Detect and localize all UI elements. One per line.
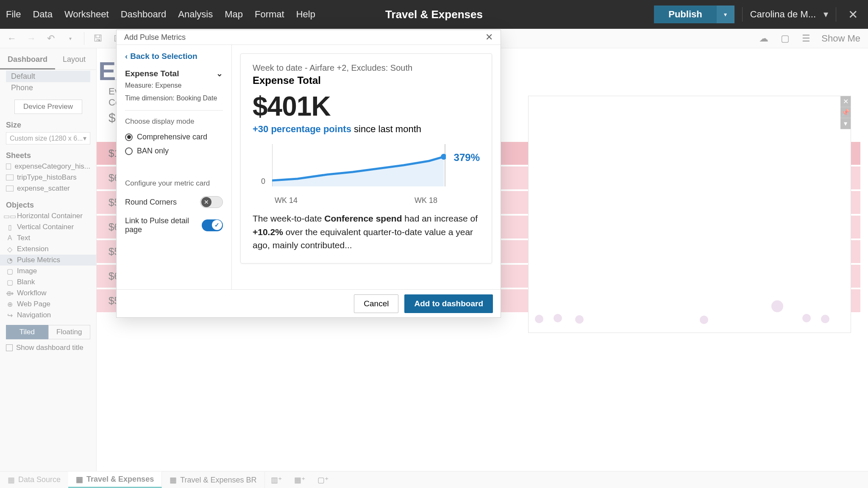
close-icon[interactable]: ✕: [485, 32, 493, 43]
round-corners-toggle[interactable]: ✕: [200, 196, 223, 208]
menu-data[interactable]: Data: [33, 9, 52, 20]
publish-caret-icon[interactable]: ▾: [717, 6, 734, 23]
radio-icon: [125, 147, 133, 155]
configure-label: Configure your metric card: [125, 179, 223, 188]
radio-label: BAN only: [137, 147, 169, 155]
user-caret-icon[interactable]: ▾: [823, 9, 828, 20]
publish-button[interactable]: Publish: [654, 6, 716, 23]
menu-worksheet[interactable]: Worksheet: [64, 9, 109, 20]
menu-dashboard[interactable]: Dashboard: [121, 9, 167, 20]
menubar-items: File Data Worksheet Dashboard Analysis M…: [6, 9, 315, 20]
menu-format[interactable]: Format: [255, 9, 284, 20]
delta-value: +30 percentage points: [253, 124, 351, 134]
link-pulse-label: Link to Pulse detail page: [125, 216, 202, 234]
chevron-down-icon: ⌄: [216, 69, 223, 78]
back-to-selection-link[interactable]: ‹ Back to Selection: [125, 52, 223, 61]
y-axis-zero: 0: [261, 177, 265, 186]
link-pulse-toggle[interactable]: ✓: [202, 219, 223, 231]
delta-suffix: since last month: [351, 124, 421, 134]
insight-text: The week-to-date Conference spend had an…: [253, 212, 480, 252]
radio-icon: [125, 133, 133, 141]
menu-file[interactable]: File: [6, 9, 21, 20]
card-delta: +30 percentage points since last month: [253, 124, 480, 135]
x-axis-left: WK 14: [275, 196, 298, 205]
radio-label: Comprehensive card: [137, 133, 207, 141]
sparkline-end-value: 379%: [454, 152, 480, 164]
modal-config-panel: ‹ Back to Selection Expense Total ⌄ Meas…: [117, 45, 232, 289]
back-link-label: Back to Selection: [130, 52, 197, 61]
card-subtitle: Week to date - Airfare +2, Excludes: Sou…: [253, 63, 480, 73]
radio-comprehensive[interactable]: Comprehensive card: [125, 130, 223, 144]
measure-label: Measure: Expense: [125, 80, 223, 91]
workbook-title: Travel & Expenses: [385, 8, 483, 21]
publish-split-button[interactable]: Publish ▾: [654, 6, 734, 23]
time-dimension-label: Time dimension: Booking Date: [125, 93, 223, 104]
cancel-button[interactable]: Cancel: [354, 294, 398, 313]
chevron-left-icon: ‹: [125, 52, 128, 61]
round-corners-label: Round Corners: [125, 198, 177, 207]
add-pulse-metrics-modal: Add Pulse Metrics ✕ ‹ Back to Selection …: [116, 30, 501, 318]
close-app-icon[interactable]: ✕: [844, 8, 862, 22]
menu-map[interactable]: Map: [225, 9, 243, 20]
radio-ban-only[interactable]: BAN only: [125, 144, 223, 158]
card-big-value: $401K: [253, 91, 480, 122]
modal-preview-panel: Week to date - Airfare +2, Excludes: Sou…: [232, 45, 501, 289]
app-menubar: File Data Worksheet Dashboard Analysis M…: [0, 0, 868, 29]
sparkline-svg: [272, 144, 446, 191]
sparkline-chart: 0 379% WK 14 WK 18: [253, 144, 480, 203]
modal-title: Add Pulse Metrics: [124, 33, 186, 42]
menu-analysis[interactable]: Analysis: [178, 9, 213, 20]
display-mode-label: Choose display mode: [125, 117, 223, 126]
metric-picker[interactable]: Expense Total ⌄: [125, 69, 223, 78]
card-metric-name: Expense Total: [253, 75, 480, 86]
menu-help[interactable]: Help: [296, 9, 315, 20]
x-axis-right: WK 18: [415, 196, 437, 205]
user-menu[interactable]: Carolina de M...: [750, 9, 816, 20]
add-to-dashboard-button[interactable]: Add to dashboard: [404, 294, 493, 313]
metric-name: Expense Total: [125, 69, 179, 78]
metric-preview-card: Week to date - Airfare +2, Excludes: Sou…: [240, 53, 492, 263]
